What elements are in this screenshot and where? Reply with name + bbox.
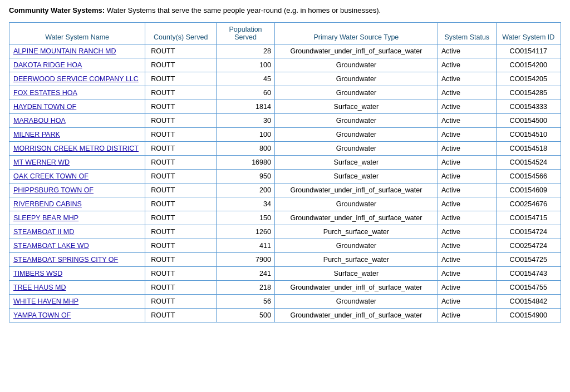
cell-county: ROUTT — [145, 156, 217, 170]
system-name-link[interactable]: ALPINE MOUNTAIN RANCH MD — [13, 47, 116, 55]
system-name-link[interactable]: MARABOU HOA — [13, 117, 66, 125]
cell-source: Groundwater — [274, 128, 438, 142]
cell-system-name[interactable]: ALPINE MOUNTAIN RANCH MD — [9, 44, 145, 58]
cell-source: Purch_surface_water — [274, 253, 438, 267]
system-name-link[interactable]: STEAMBOAT II MD — [13, 228, 74, 236]
system-name-link[interactable]: STEAMBOAT LAKE WD — [13, 242, 89, 250]
cell-county: ROUTT — [145, 197, 217, 211]
cell-system-id: CO0154285 — [496, 86, 561, 100]
cell-population: 100 — [217, 58, 275, 72]
cell-population: 218 — [217, 281, 275, 295]
cell-county: ROUTT — [145, 267, 217, 281]
cell-population: 500 — [217, 309, 275, 322]
cell-county: ROUTT — [145, 295, 217, 309]
cell-county: ROUTT — [145, 225, 217, 239]
cell-system-name[interactable]: MT WERNER WD — [9, 156, 145, 170]
cell-system-name[interactable]: DAKOTA RIDGE HOA — [9, 58, 145, 72]
cell-source: Purch_surface_water — [274, 225, 438, 239]
cell-system-name[interactable]: TREE HAUS MD — [9, 281, 145, 295]
cell-source: Surface_water — [274, 100, 438, 114]
cell-system-name[interactable]: WHITE HAVEN MHP — [9, 295, 145, 309]
cell-status: Active — [438, 267, 496, 281]
table-row: STEAMBOAT II MDROUTT1260Purch_surface_wa… — [9, 225, 561, 239]
cell-system-name[interactable]: SLEEPY BEAR MHP — [9, 211, 145, 225]
system-name-link[interactable]: MT WERNER WD — [13, 158, 70, 166]
cell-status: Active — [438, 197, 496, 211]
system-name-link[interactable]: HAYDEN TOWN OF — [13, 103, 76, 111]
cell-county: ROUTT — [145, 114, 217, 128]
cell-status: Active — [438, 100, 496, 114]
system-name-link[interactable]: OAK CREEK TOWN OF — [13, 172, 89, 180]
system-name-link[interactable]: YAMPA TOWN OF — [13, 311, 71, 319]
cell-source: Groundwater — [274, 197, 438, 211]
cell-status: Active — [438, 156, 496, 170]
table-row: RIVERBEND CABINSROUTT34GroundwaterActive… — [9, 197, 561, 211]
cell-population: 34 — [217, 197, 275, 211]
system-name-link[interactable]: DAKOTA RIDGE HOA — [13, 61, 82, 69]
table-header-row: Water System Name County(s) Served Popul… — [9, 23, 561, 44]
table-row: HAYDEN TOWN OFROUTT1814Surface_waterActi… — [9, 100, 561, 114]
system-name-link[interactable]: SLEEPY BEAR MHP — [13, 214, 78, 222]
cell-source: Surface_water — [274, 156, 438, 170]
cell-system-name[interactable]: DEERWOOD SERVICE COMPANY LLC — [9, 72, 145, 86]
cell-status: Active — [438, 142, 496, 156]
cell-system-name[interactable]: STEAMBOAT II MD — [9, 225, 145, 239]
cell-system-name[interactable]: FOX ESTATES HOA — [9, 86, 145, 100]
system-name-link[interactable]: TIMBERS WSD — [13, 270, 62, 277]
cell-source: Groundwater — [274, 295, 438, 309]
cell-system-name[interactable]: MORRISON CREEK METRO DISTRICT — [9, 142, 145, 156]
cell-system-id: CO0154524 — [496, 156, 561, 170]
system-name-link[interactable]: STEAMBOAT SPRINGS CITY OF — [13, 256, 118, 264]
cell-county: ROUTT — [145, 281, 217, 295]
cell-system-name[interactable]: TIMBERS WSD — [9, 267, 145, 281]
system-name-link[interactable]: PHIPPSBURG TOWN OF — [13, 186, 94, 194]
cell-county: ROUTT — [145, 58, 217, 72]
cell-status: Active — [438, 44, 496, 58]
intro-text: Water Systems that serve the same people… — [105, 6, 381, 14]
system-name-link[interactable]: DEERWOOD SERVICE COMPANY LLC — [13, 75, 139, 83]
cell-population: 45 — [217, 72, 275, 86]
cell-system-name[interactable]: YAMPA TOWN OF — [9, 309, 145, 322]
cell-population: 411 — [217, 239, 275, 253]
system-name-link[interactable]: FOX ESTATES HOA — [13, 89, 77, 97]
cell-status: Active — [438, 253, 496, 267]
cell-population: 1260 — [217, 225, 275, 239]
header-status: System Status — [438, 23, 496, 44]
system-name-link[interactable]: TREE HAUS MD — [13, 284, 66, 291]
header-county: County(s) Served — [145, 23, 217, 44]
system-name-link[interactable]: MORRISON CREEK METRO DISTRICT — [13, 145, 139, 152]
cell-population: 950 — [217, 170, 275, 183]
table-row: PHIPPSBURG TOWN OFROUTT200Groundwater_un… — [9, 183, 561, 197]
cell-system-name[interactable]: MARABOU HOA — [9, 114, 145, 128]
table-row: OAK CREEK TOWN OFROUTT950Surface_waterAc… — [9, 170, 561, 183]
cell-system-id: CO0154500 — [496, 114, 561, 128]
cell-system-name[interactable]: STEAMBOAT LAKE WD — [9, 239, 145, 253]
cell-population: 200 — [217, 183, 275, 197]
cell-system-name[interactable]: RIVERBEND CABINS — [9, 197, 145, 211]
cell-county: ROUTT — [145, 309, 217, 322]
cell-population: 16980 — [217, 156, 275, 170]
table-row: MILNER PARKROUTT100GroundwaterActiveCO01… — [9, 128, 561, 142]
cell-county: ROUTT — [145, 100, 217, 114]
cell-source: Groundwater_under_infl_of_surface_water — [274, 183, 438, 197]
cell-source: Groundwater — [274, 114, 438, 128]
system-name-link[interactable]: RIVERBEND CABINS — [13, 200, 82, 208]
table-row: STEAMBOAT LAKE WDROUTT411GroundwaterActi… — [9, 239, 561, 253]
cell-status: Active — [438, 114, 496, 128]
cell-county: ROUTT — [145, 128, 217, 142]
system-name-link[interactable]: MILNER PARK — [13, 131, 60, 138]
cell-system-name[interactable]: OAK CREEK TOWN OF — [9, 170, 145, 183]
cell-county: ROUTT — [145, 72, 217, 86]
water-systems-table: Water System Name County(s) Served Popul… — [9, 22, 561, 322]
cell-source: Groundwater — [274, 142, 438, 156]
system-name-link[interactable]: WHITE HAVEN MHP — [13, 297, 78, 305]
cell-system-id: CO0154566 — [496, 170, 561, 183]
cell-system-name[interactable]: MILNER PARK — [9, 128, 145, 142]
table-row: TREE HAUS MDROUTT218Groundwater_under_in… — [9, 281, 561, 295]
cell-system-id: CO0154200 — [496, 58, 561, 72]
cell-source: Surface_water — [274, 170, 438, 183]
cell-system-name[interactable]: PHIPPSBURG TOWN OF — [9, 183, 145, 197]
cell-system-name[interactable]: HAYDEN TOWN OF — [9, 100, 145, 114]
cell-system-name[interactable]: STEAMBOAT SPRINGS CITY OF — [9, 253, 145, 267]
cell-status: Active — [438, 281, 496, 295]
